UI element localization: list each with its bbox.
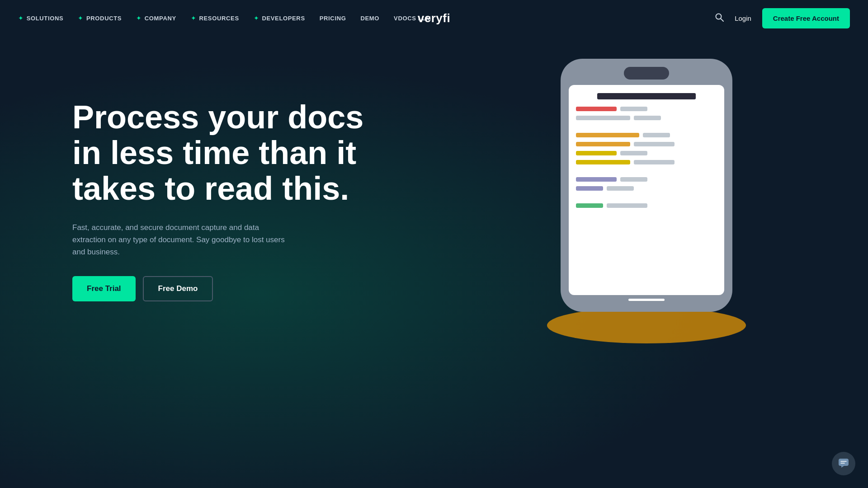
nav-item-pricing[interactable]: PRICING bbox=[320, 15, 346, 22]
plus-icon-products: ✦ bbox=[78, 14, 84, 22]
receipt-bar-orange-2 bbox=[576, 142, 630, 146]
header: ✦ SOLUTIONS ✦ PRODUCTS ✦ COMPANY ✦ RESOU… bbox=[0, 0, 868, 36]
hero-subtext: Fast, accurate, and secure document capt… bbox=[72, 221, 289, 258]
phone-home-indicator bbox=[628, 299, 665, 301]
plus-icon-solutions: ✦ bbox=[18, 14, 24, 22]
receipt-line-9 bbox=[576, 203, 717, 208]
nav-label-solutions: SOLUTIONS bbox=[27, 15, 64, 22]
nav-label-company: COMPANY bbox=[145, 15, 176, 22]
nav-label-developers: DEVELOPERS bbox=[262, 15, 305, 22]
receipt-bar-yellow-2 bbox=[576, 160, 630, 164]
chat-widget[interactable] bbox=[832, 452, 855, 475]
plus-icon-company: ✦ bbox=[136, 14, 142, 22]
receipt-line-4 bbox=[576, 142, 717, 146]
nav-right: Login Create Free Account bbox=[715, 8, 850, 28]
cta-buttons: Free Trial Free Demo bbox=[72, 276, 389, 301]
receipt-bar-purple-2 bbox=[576, 186, 603, 191]
free-trial-button[interactable]: Free Trial bbox=[72, 276, 136, 301]
phone-shadow bbox=[547, 307, 746, 343]
svg-line-1 bbox=[721, 19, 723, 21]
receipt-line-8 bbox=[576, 186, 717, 191]
receipt-bar-gray-5 bbox=[634, 142, 675, 146]
nav-item-company[interactable]: ✦ COMPANY bbox=[136, 14, 176, 22]
receipt-bar-green bbox=[576, 203, 603, 208]
receipt-bar-gray-10 bbox=[607, 203, 647, 208]
login-button[interactable]: Login bbox=[735, 14, 751, 22]
plus-icon-developers: ✦ bbox=[254, 14, 259, 22]
receipt-line-6 bbox=[576, 160, 717, 164]
receipt-bar-purple-1 bbox=[576, 177, 617, 182]
nav-label-resources: RESOURCES bbox=[199, 15, 239, 22]
receipt-bar-gray-8 bbox=[620, 177, 647, 182]
receipt-bar-gray-4 bbox=[643, 133, 670, 137]
plus-icon-resources: ✦ bbox=[191, 14, 197, 22]
phone-notch bbox=[624, 67, 669, 80]
receipt-header-bar bbox=[597, 93, 696, 99]
svg-rect-2 bbox=[839, 459, 849, 466]
receipt-bar-yellow-1 bbox=[576, 151, 617, 155]
nav-label-pricing: PRICING bbox=[320, 15, 346, 22]
nav-item-resources[interactable]: ✦ RESOURCES bbox=[191, 14, 239, 22]
nav-item-solutions[interactable]: ✦ SOLUTIONS bbox=[18, 14, 63, 22]
main-content: Process your docs in less time than it t… bbox=[0, 36, 868, 488]
create-account-button[interactable]: Create Free Account bbox=[762, 8, 850, 28]
receipt-line-3 bbox=[576, 133, 717, 137]
receipt-bar-gray-9 bbox=[607, 186, 634, 191]
free-demo-button[interactable]: Free Demo bbox=[143, 276, 213, 301]
receipt-bar-gray-7 bbox=[634, 160, 675, 164]
receipt-bar-gray-2 bbox=[576, 116, 630, 120]
receipt-line-5 bbox=[576, 151, 717, 155]
receipt-line-7 bbox=[576, 177, 717, 182]
nav-item-demo[interactable]: DEMO bbox=[360, 15, 379, 22]
receipt-line-1 bbox=[576, 107, 717, 111]
phone-illustration bbox=[561, 59, 732, 339]
nav-left: ✦ SOLUTIONS ✦ PRODUCTS ✦ COMPANY ✦ RESOU… bbox=[18, 14, 715, 22]
nav-item-developers[interactable]: ✦ DEVELOPERS bbox=[254, 14, 305, 22]
receipt-bar-red bbox=[576, 107, 617, 111]
nav-label-products: PRODUCTS bbox=[86, 15, 122, 22]
receipt-bar-gray-1 bbox=[620, 107, 647, 111]
nav-item-products[interactable]: ✦ PRODUCTS bbox=[78, 14, 122, 22]
receipt-line-2 bbox=[576, 116, 717, 120]
nav-label-demo: DEMO bbox=[360, 15, 379, 22]
search-icon[interactable] bbox=[715, 13, 724, 24]
receipt-bar-orange-1 bbox=[576, 133, 639, 137]
phone-screen bbox=[569, 85, 724, 295]
hero-section: Process your docs in less time than it t… bbox=[72, 72, 389, 301]
phone-body bbox=[561, 59, 732, 312]
receipt-bar-gray-3 bbox=[634, 116, 661, 120]
receipt-bar-gray-6 bbox=[620, 151, 647, 155]
hero-headline: Process your docs in less time than it t… bbox=[72, 99, 389, 207]
logo[interactable]: veryfi bbox=[418, 11, 451, 25]
